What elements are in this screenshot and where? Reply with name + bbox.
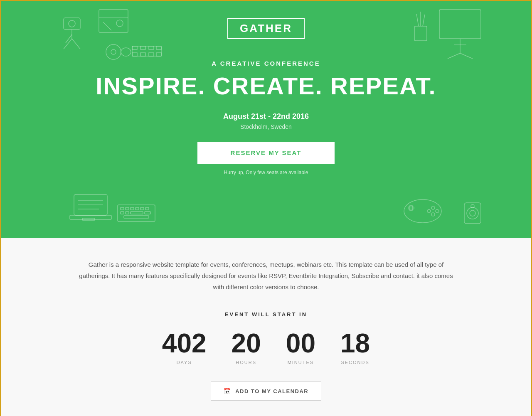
laptop-icon (68, 192, 113, 226)
svg-line-25 (460, 53, 473, 59)
logo-text: GATHER (240, 22, 292, 34)
calendar-icon: 📅 (224, 388, 232, 394)
svg-line-3 (64, 39, 72, 49)
svg-rect-44 (121, 212, 124, 214)
svg-line-8 (103, 22, 111, 30)
logo-container: GATHER (227, 18, 305, 39)
svg-rect-42 (140, 207, 144, 210)
hours-value: 20 (232, 330, 261, 357)
svg-point-55 (431, 213, 435, 216)
pen-cup-icon (410, 10, 431, 43)
svg-line-24 (448, 53, 460, 59)
svg-point-9 (116, 20, 123, 27)
svg-rect-13 (132, 46, 161, 56)
svg-point-1 (69, 20, 75, 27)
svg-rect-36 (82, 218, 95, 220)
camera-tripod-icon (55, 10, 89, 51)
svg-rect-43 (145, 207, 149, 210)
hero-title: INSPIRE. CREATE. REPEAT. (96, 72, 436, 100)
hero-date: August 21st - 22nd 2016 (223, 112, 309, 121)
svg-rect-15 (132, 53, 137, 56)
hero-subtitle: A CREATIVE CONFERENCE (212, 60, 320, 67)
countdown-days: 402 DAYS (162, 330, 207, 365)
svg-rect-45 (126, 212, 129, 214)
svg-rect-22 (439, 10, 481, 39)
svg-rect-40 (131, 207, 134, 210)
svg-rect-41 (135, 207, 139, 210)
countdown-row: 402 DAYS 20 HOURS 00 MINUTES 18 SECONDS (51, 330, 481, 365)
svg-rect-46 (131, 212, 143, 214)
svg-rect-51 (410, 205, 412, 211)
svg-line-30 (423, 15, 425, 26)
calendar-button-label: ADD TO MY CALENDAR (235, 388, 308, 394)
countdown-minutes: 00 MINUTES (286, 330, 315, 365)
svg-rect-27 (414, 26, 427, 41)
content-section: Gather is a responsive website template … (1, 238, 531, 416)
days-value: 402 (162, 330, 207, 357)
svg-rect-50 (408, 207, 414, 209)
svg-point-57 (467, 207, 478, 219)
svg-rect-20 (156, 46, 161, 49)
easel-icon (431, 5, 489, 59)
svg-line-4 (72, 39, 80, 49)
svg-rect-37 (118, 205, 155, 222)
gamepad-icon (402, 194, 443, 228)
countdown-seconds: 18 SECONDS (340, 330, 370, 365)
add-to-calendar-button[interactable]: 📅 ADD TO MY CALENDAR (211, 382, 322, 401)
svg-point-59 (471, 204, 474, 208)
svg-rect-48 (124, 216, 149, 218)
svg-rect-18 (149, 46, 154, 49)
svg-rect-47 (145, 212, 150, 214)
svg-line-5 (66, 34, 72, 43)
description-text: Gather is a responsive website template … (79, 259, 453, 293)
svg-point-10 (106, 44, 121, 59)
minutes-value: 00 (286, 330, 315, 357)
film-strip-icon (130, 43, 163, 59)
svg-rect-6 (99, 10, 128, 32)
svg-point-53 (436, 209, 439, 213)
svg-rect-0 (64, 18, 80, 30)
keyboard-icon (116, 201, 157, 226)
svg-point-54 (427, 209, 431, 213)
seconds-unit: SECONDS (341, 360, 369, 365)
minutes-unit: MINUTES (288, 360, 314, 365)
film-reel-icon (105, 43, 134, 62)
reserve-seat-button[interactable]: RESERVE MY SEAT (197, 142, 335, 164)
svg-rect-14 (132, 46, 137, 49)
svg-point-58 (470, 210, 475, 216)
svg-rect-38 (121, 207, 124, 210)
svg-rect-19 (149, 53, 154, 56)
svg-point-52 (431, 206, 435, 209)
hurry-text: Hurry up, Only few seats are available (224, 170, 308, 175)
svg-line-28 (416, 14, 419, 26)
hero-section: GATHER A CREATIVE CONFERENCE INSPIRE. CR… (1, 1, 531, 238)
svg-point-49 (404, 199, 441, 223)
hours-unit: HOURS (236, 360, 256, 365)
speaker-icon (456, 199, 489, 228)
svg-rect-56 (464, 203, 481, 224)
seconds-value: 18 (340, 330, 370, 357)
svg-rect-31 (74, 194, 107, 215)
svg-rect-16 (140, 46, 145, 49)
svg-rect-21 (156, 53, 161, 56)
countdown-label: EVENT WILL START IN (51, 311, 481, 318)
svg-rect-32 (70, 215, 111, 219)
svg-rect-39 (126, 207, 129, 210)
svg-point-11 (111, 49, 116, 54)
countdown-hours: 20 HOURS (232, 330, 261, 365)
svg-rect-17 (140, 53, 145, 56)
picture-frame-icon (97, 7, 130, 34)
hero-location: Stockholm, Sweden (240, 123, 292, 130)
days-unit: DAYS (177, 360, 192, 365)
svg-point-12 (121, 48, 131, 56)
